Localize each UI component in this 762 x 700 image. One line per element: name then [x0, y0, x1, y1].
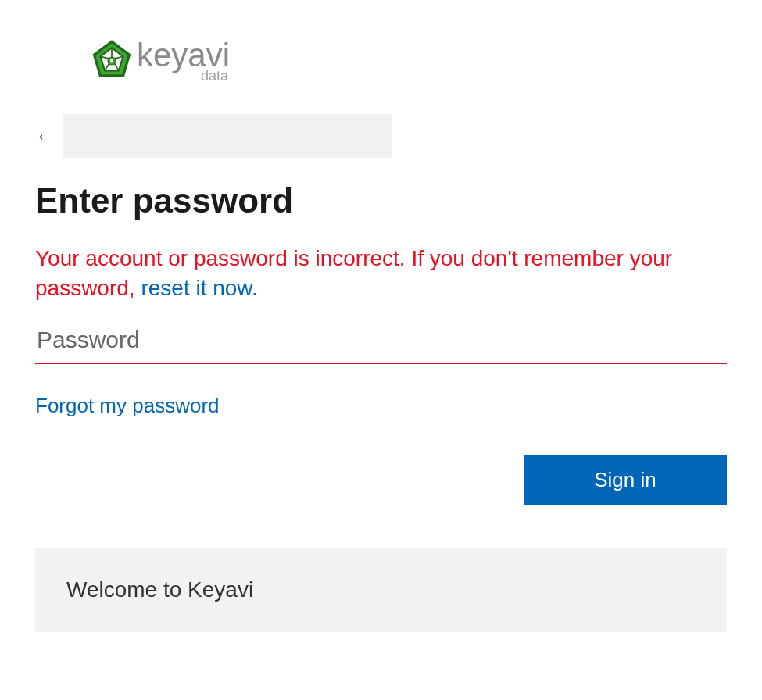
reset-password-link[interactable]: reset it now. — [141, 276, 257, 300]
logo-brand-part1: key — [137, 37, 188, 73]
error-message: Your account or password is incorrect. I… — [35, 244, 727, 303]
page-heading: Enter password — [35, 181, 727, 220]
forgot-password-link[interactable]: Forgot my password — [35, 394, 220, 418]
password-input[interactable] — [35, 320, 727, 364]
welcome-text: Welcome to Keyavi — [66, 577, 253, 602]
back-arrow-icon[interactable]: ← — [35, 124, 55, 148]
logo-text: keyavi data — [137, 39, 230, 83]
identity-row: ← — [35, 114, 727, 158]
logo: keyavi data — [90, 39, 727, 83]
welcome-banner: Welcome to Keyavi — [35, 548, 727, 632]
error-text: Your account or password is incorrect. I… — [35, 246, 672, 300]
logo-subtext: data — [137, 69, 230, 83]
svg-rect-8 — [110, 59, 113, 62]
keyavi-logo-icon — [90, 39, 134, 83]
identity-placeholder[interactable] — [63, 114, 392, 158]
signin-button[interactable]: Sign in — [524, 455, 727, 505]
